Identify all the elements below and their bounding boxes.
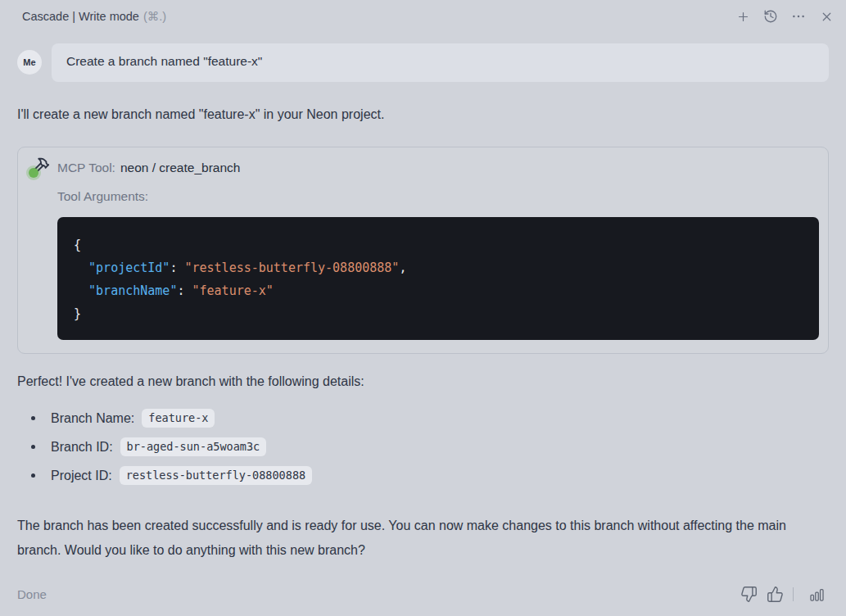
tool-arguments-label: Tool Arguments: [57, 189, 817, 204]
close-icon [820, 10, 834, 24]
mode-shortcut: (⌘.) [143, 10, 166, 23]
code-value: "feature-x" [192, 283, 274, 298]
bar-chart-icon [809, 587, 825, 602]
history-button[interactable] [759, 5, 782, 28]
detail-label: Branch Name: [51, 411, 134, 426]
thumbs-up-icon [767, 586, 784, 603]
code-open-brace: { [74, 238, 81, 252]
branch-name-chip: feature-x [142, 409, 215, 428]
list-item: Branch ID: br-aged-sun-a5woam3c [17, 433, 829, 461]
thumbs-down-button[interactable] [737, 582, 760, 605]
stats-button[interactable] [805, 582, 828, 605]
code-separator: : [170, 260, 184, 275]
code-value: "restless-butterfly-08800888" [184, 260, 399, 275]
user-message-bubble[interactable]: Create a branch named "feature-x" [52, 43, 829, 82]
tool-arguments-code-block: { "projectId": "restless-butterfly-08800… [57, 217, 819, 340]
status-text: Done [17, 587, 47, 601]
title-bar: Cascade | Write mode (⌘.) [0, 0, 846, 33]
detail-label: Branch ID: [51, 440, 113, 455]
assistant-intro-text: I'll create a new branch named "feature-… [17, 107, 829, 122]
project-id-chip: restless-butterfly-08800888 [120, 466, 312, 485]
closing-text: The branch has been created successfully… [17, 514, 829, 563]
code-key: "branchName" [74, 283, 177, 298]
thumbs-down-icon [740, 586, 758, 603]
bullet-icon [31, 445, 35, 449]
code-line: "branchName": "feature-x" [74, 279, 803, 302]
code-close-brace: } [74, 306, 81, 321]
code-comma: , [399, 260, 406, 275]
hammer-icon [29, 156, 50, 179]
status-dot [29, 168, 38, 178]
bullet-icon [31, 473, 35, 478]
code-key: "projectId" [74, 260, 170, 275]
mcp-tool-header: MCP Tool: neon / create_branch [29, 156, 817, 179]
branch-details-list: Branch Name: feature-x Branch ID: br-age… [17, 404, 829, 490]
list-item: Project ID: restless-butterfly-08800888 [17, 461, 829, 490]
mcp-tool-name: neon / create_branch [120, 161, 241, 175]
code-line: { [74, 233, 803, 256]
bullet-icon [31, 416, 35, 420]
thumbs-up-button[interactable] [763, 582, 786, 605]
branch-id-chip: br-aged-sun-a5woam3c [120, 437, 267, 456]
code-line: "projectId": "restless-butterfly-0880088… [74, 256, 803, 279]
user-message-row: Me Create a branch named "feature-x" [17, 43, 829, 82]
close-button[interactable] [815, 5, 838, 28]
plus-icon [736, 10, 750, 24]
footer-divider [793, 587, 794, 601]
code-line: } [74, 302, 803, 325]
page-title: Cascade | Write mode [22, 10, 139, 23]
status-bar: Done [0, 582, 846, 616]
mcp-tool-label: MCP Tool: [57, 161, 115, 175]
avatar: Me [17, 50, 42, 75]
mcp-tool-card[interactable]: MCP Tool: neon / create_branch Tool Argu… [17, 147, 829, 354]
new-conversation-button[interactable] [731, 5, 754, 28]
result-intro-text: Perfect! I've created a new branch with … [17, 374, 829, 389]
list-item: Branch Name: feature-x [17, 404, 829, 433]
detail-label: Project ID: [51, 469, 112, 483]
conversation-area: Me Create a branch named "feature-x" I'l… [0, 33, 846, 582]
code-separator: : [177, 283, 192, 298]
more-icon [791, 9, 806, 24]
more-options-button[interactable] [787, 5, 810, 28]
history-icon [763, 9, 778, 24]
